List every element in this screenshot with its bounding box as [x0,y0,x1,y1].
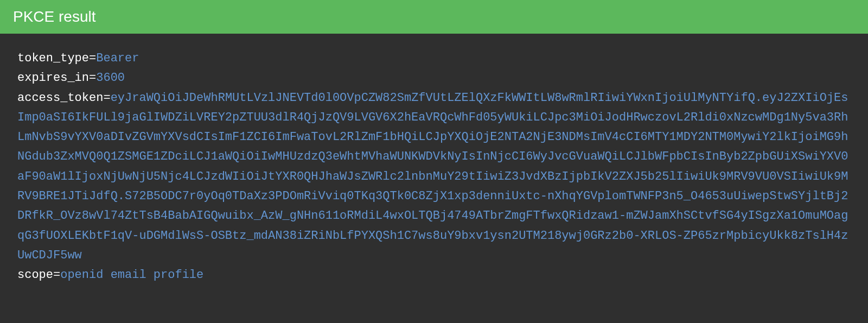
kv-line-access-token: access_token=eyJraWQiOiJDeWhRMUtLVzlJNEV… [17,88,851,266]
kv-line-scope: scope=openid email profile [17,265,851,285]
equals-sign: = [103,91,110,105]
kv-line-expires-in: expires_in=3600 [17,68,851,88]
kv-key: scope [17,268,53,282]
kv-value: Bearer [96,52,139,65]
panel-header: PKCE result [0,0,868,34]
kv-key: token_type [17,52,89,65]
equals-sign: = [53,268,60,282]
kv-key: expires_in [17,71,89,85]
kv-value: 3600 [96,71,125,85]
kv-value: openid email profile [60,268,203,282]
equals-sign: = [89,52,96,65]
kv-key: access_token [17,91,103,105]
equals-sign: = [89,71,96,85]
kv-line-token-type: token_type=Bearer [17,49,851,68]
panel-title: PKCE result [13,8,96,26]
result-body: token_type=Bearer expires_in=3600 access… [0,34,868,301]
kv-value: eyJraWQiOiJDeWhRMUtLVzlJNEVTd0l0OVpCZW82… [17,91,848,262]
